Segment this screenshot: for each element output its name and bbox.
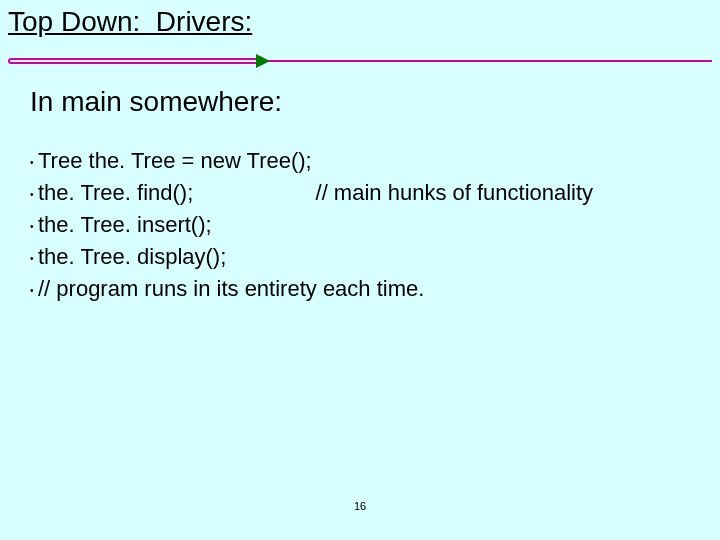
- bullet-item: • the. Tree. find(); // main hunks of fu…: [30, 178, 680, 210]
- sub-heading: In main somewhere:: [30, 86, 282, 118]
- bullet-text: // program runs in its entirety each tim…: [38, 274, 680, 304]
- divider-rule: [8, 54, 712, 68]
- bullet-item: • // program runs in its entirety each t…: [30, 274, 680, 306]
- body-text: • Tree the. Tree = new Tree(); • the. Tr…: [30, 146, 680, 306]
- arrow-right-icon: [256, 54, 270, 68]
- title-wrap: Top Down: Drivers:: [8, 6, 252, 38]
- slide-title: Top Down: Drivers:: [8, 6, 252, 37]
- divider-cap: [8, 58, 256, 64]
- bullet-icon: •: [30, 210, 38, 242]
- bullet-text: the. Tree. insert();: [38, 210, 680, 240]
- bullet-icon: •: [30, 242, 38, 274]
- bullet-text: the. Tree. display();: [38, 242, 680, 272]
- slide: Top Down: Drivers: In main somewhere: • …: [0, 0, 720, 540]
- bullet-text: Tree the. Tree = new Tree();: [38, 146, 680, 176]
- page-number: 16: [0, 500, 720, 512]
- bullet-item: • the. Tree. display();: [30, 242, 680, 274]
- bullet-icon: •: [30, 178, 38, 210]
- bullet-item: • the. Tree. insert();: [30, 210, 680, 242]
- bullet-text: the. Tree. find(); // main hunks of func…: [38, 178, 680, 208]
- bullet-icon: •: [30, 146, 38, 178]
- bullet-icon: •: [30, 274, 38, 306]
- bullet-item: • Tree the. Tree = new Tree();: [30, 146, 680, 178]
